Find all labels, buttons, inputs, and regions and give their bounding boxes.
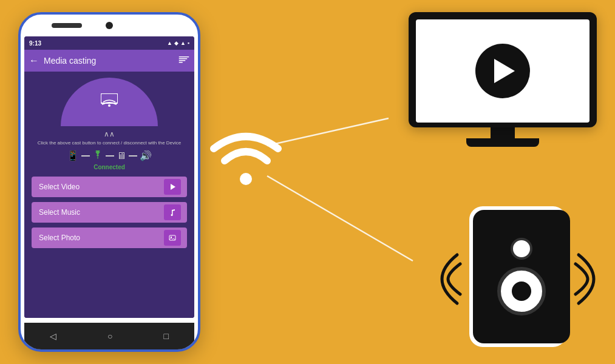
svg-marker-3 (171, 184, 175, 190)
cast-area: ∧∧ Click the above cast button to connec… (24, 72, 194, 318)
conn-line-3 (129, 155, 137, 157)
home-nav-icon[interactable]: ○ (107, 331, 112, 341)
wifi-conn-icon (92, 150, 103, 161)
battery-icon: ▪ (188, 40, 189, 46)
tv-stand-base (466, 138, 539, 147)
music-icon (164, 204, 181, 220)
tv-stand-neck (491, 127, 515, 138)
speaker-waves-left (439, 243, 463, 315)
conn-line-1 (81, 155, 90, 157)
speaker-tweeter (511, 238, 532, 260)
svg-point-6 (240, 173, 252, 185)
speaker-border (469, 206, 566, 347)
signal-icon: ◆ (174, 40, 178, 46)
media-buttons: Select Video Select Music (29, 177, 189, 253)
speaker-woofer-inner (512, 281, 531, 301)
cast-semicircle (61, 78, 158, 126)
back-nav-icon[interactable]: ◁ (50, 331, 56, 341)
select-music-button[interactable]: Select Music (32, 202, 187, 223)
video-icon (164, 179, 181, 195)
speaker-waves-right (573, 243, 597, 315)
phone-mockup: 9:13 ▲ ◆ ▲ ▪ ← Media casting (18, 12, 200, 352)
status-bar: 9:13 ▲ ◆ ▲ ▪ (24, 36, 194, 50)
select-video-label: Select Video (39, 183, 80, 191)
cast-main-icon (101, 93, 118, 110)
tv-screen-outer (409, 12, 597, 127)
connection-row: 📱 🖥 🔊 (67, 150, 152, 161)
recents-nav-icon[interactable]: □ (164, 331, 169, 341)
status-icons: ▲ ◆ ▲ ▪ (167, 40, 189, 46)
connected-label: Connected (93, 164, 125, 170)
cast-hint-text: Click the above cast button to connect /… (38, 140, 182, 146)
phone-camera (106, 22, 113, 29)
tv-screen (416, 19, 590, 123)
phone-conn-icon: 📱 (67, 150, 79, 161)
status-time: 9:13 (29, 40, 41, 47)
app-bar: ← Media casting (24, 50, 194, 72)
monitor-conn-icon: 🖥 (117, 150, 126, 161)
select-music-label: Select Music (39, 208, 80, 217)
speaker (457, 206, 579, 352)
select-photo-label: Select Photo (39, 234, 80, 242)
select-photo-button[interactable]: Select Photo (32, 228, 187, 248)
phone-speaker-grille (52, 23, 82, 28)
back-button[interactable]: ← (29, 55, 39, 66)
conn-line-2 (106, 155, 114, 157)
app-title: Media casting (44, 56, 174, 66)
wifi-status-icon: ▲ (180, 40, 186, 46)
select-video-button[interactable]: Select Video (32, 177, 187, 197)
navigation-bar: ◁ ○ □ (24, 323, 194, 349)
speaker-body (473, 210, 570, 343)
speaker-woofer (497, 267, 546, 315)
svg-point-1 (108, 104, 110, 107)
phone-screen: 9:13 ▲ ◆ ▲ ▪ ← Media casting (24, 36, 194, 318)
tv-monitor (409, 12, 597, 147)
photo-icon (164, 230, 181, 246)
speaker-conn-icon: 🔊 (140, 150, 152, 161)
notification-icon: ▲ (167, 40, 172, 46)
play-triangle-icon (494, 59, 515, 83)
wifi-symbol (206, 121, 285, 190)
play-button (475, 44, 530, 98)
svg-point-2 (97, 158, 98, 159)
up-arrows: ∧∧ (104, 130, 115, 138)
cast-button[interactable] (178, 56, 189, 66)
